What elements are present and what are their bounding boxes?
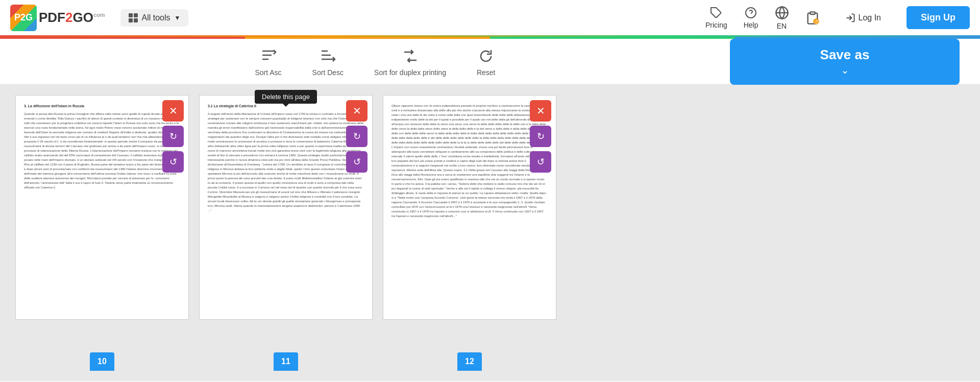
login-label: Log In (859, 13, 881, 22)
page-10-actions: ✕ ↻ ↺ (162, 100, 184, 173)
pricing-link[interactable]: Pricing (705, 7, 727, 29)
header-nav: Pricing Help EN ⏱ (705, 6, 970, 30)
page-12-number: 12 (457, 352, 482, 371)
reset-label: Reset (477, 68, 496, 77)
reset-icon (477, 47, 495, 65)
sort-desc-icon (318, 47, 337, 65)
rotate-ccw-page-12-button[interactable]: ↺ (530, 151, 551, 173)
login-icon (845, 13, 855, 23)
sort-asc-icon (259, 47, 278, 65)
svg-rect-5 (810, 12, 815, 14)
page-10-heading: 3. La diffusione dell'Islam in Russia (24, 104, 180, 109)
help-label: Help (744, 21, 758, 29)
rotate-cw-page-11-button[interactable]: ↻ (346, 126, 368, 147)
pricing-label: Pricing (705, 21, 727, 29)
sort-desc-button[interactable]: Sort Desc (312, 47, 344, 77)
header: P2G PDF2GOcom All tools ▼ Pricing He (0, 0, 980, 37)
delete-page-10-button[interactable]: ✕ (162, 100, 184, 122)
save-as-chevron-icon: ⌄ (841, 64, 849, 76)
signup-button[interactable]: Sign Up (906, 6, 970, 29)
sort-desc-label: Sort Desc (312, 68, 344, 77)
page-card: ✕ ↻ ↺ Qllaxo rappunto stesso con la vost… (383, 95, 556, 371)
sort-duplex-label: Sort for duplex printing (374, 68, 446, 77)
help-icon (745, 7, 757, 19)
all-tools-button[interactable]: All tools ▼ (120, 9, 189, 27)
page-11-number: 11 (274, 352, 298, 371)
logo: P2G PDF2GOcom (10, 5, 105, 31)
reset-button[interactable]: Reset (477, 47, 496, 77)
language-button[interactable]: EN (775, 6, 789, 30)
clipboard-icon: ⏱ (805, 11, 820, 25)
sort-asc-label: Sort Asc (255, 68, 281, 77)
logo-text: PDF2GOcom (39, 10, 105, 26)
rotate-cw-page-10-button[interactable]: ↻ (162, 126, 184, 147)
sort-duplex-button[interactable]: Sort for duplex printing (374, 47, 446, 77)
page-card: Delete this page ✕ ↻ ↺ 3.1 La strategia … (199, 95, 373, 371)
toolbar-actions: Sort Asc Sort Desc Sort for duplex print… (20, 47, 730, 77)
page-12-actions: ✕ ↻ ↺ (530, 100, 551, 173)
globe-icon (775, 6, 789, 20)
sort-duplex-icon (401, 47, 420, 65)
sort-asc-button[interactable]: Sort Asc (255, 47, 281, 77)
page-card: ✕ ↻ ↺ 3. La diffusione dell'Islam in Rus… (15, 95, 189, 371)
save-as-label: Save as (820, 47, 870, 63)
delete-page-11-button[interactable]: ✕ (346, 100, 368, 122)
delete-tooltip: Delete this page (255, 90, 317, 104)
lang-label: EN (777, 22, 787, 30)
help-link[interactable]: Help (744, 7, 758, 29)
page-11-actions: ✕ ↻ ↺ (346, 100, 368, 173)
toolbar: Sort Asc Sort Desc Sort for duplex print… (0, 39, 980, 85)
rotate-ccw-page-11-button[interactable]: ↺ (346, 151, 368, 173)
signup-label: Sign Up (921, 12, 955, 22)
rotate-ccw-page-10-button[interactable]: ↺ (162, 151, 184, 173)
all-tools-label: All tools (142, 13, 170, 22)
delete-page-12-button[interactable]: ✕ (530, 100, 551, 122)
tag-icon (710, 7, 722, 19)
save-as-button[interactable]: Save as ⌄ (730, 39, 960, 85)
chevron-down-icon: ▼ (175, 14, 181, 21)
rotate-cw-page-12-button[interactable]: ↻ (530, 126, 551, 147)
page-10-number: 10 (90, 352, 114, 371)
clipboard-button[interactable]: ⏱ (805, 11, 820, 25)
grid-icon (129, 13, 138, 22)
login-button[interactable]: Log In (836, 8, 890, 28)
logo-icon: P2G (10, 5, 37, 31)
pages-container: ✕ ↻ ↺ 3. La diffusione dell'Islam in Rus… (0, 85, 980, 381)
svg-text:⏱: ⏱ (814, 19, 818, 25)
